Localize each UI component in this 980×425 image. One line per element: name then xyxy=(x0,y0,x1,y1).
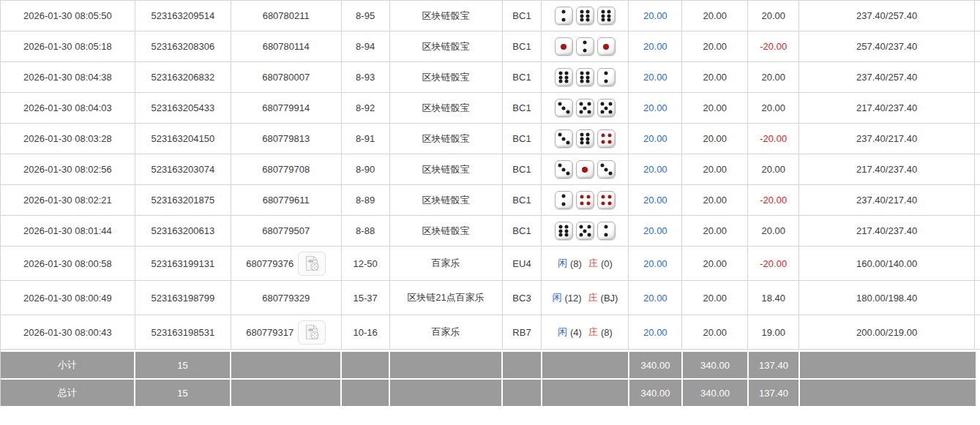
cell-game-name: 百家乐 xyxy=(390,247,503,281)
video-replay-icon xyxy=(303,255,321,271)
cell-game-id: 680780211 xyxy=(231,1,342,31)
replay-button[interactable] xyxy=(298,252,326,276)
cell-win-loss: -20.00 xyxy=(748,31,799,62)
summary-balance-cell xyxy=(800,380,976,406)
cell-round-number: 15-37 xyxy=(342,281,390,315)
summary-win-total: 137.40 xyxy=(749,352,800,378)
cell-game-name: 区块链骰宝 xyxy=(390,1,503,31)
summary-empty-cell xyxy=(342,352,390,378)
game-id-text: 680779329 xyxy=(262,293,310,304)
die-icon xyxy=(555,222,573,240)
die-icon xyxy=(576,191,594,209)
cell-balance: 237.40/217.40 xyxy=(799,185,975,216)
summary-empty-cell xyxy=(390,380,503,406)
cell-bet-time: 2026-01-30 08:01:44 xyxy=(1,216,135,247)
cell-bet-id: 523163198531 xyxy=(135,315,231,350)
cell-balance: 217.40/237.40 xyxy=(799,154,975,185)
summary-empty-cell xyxy=(342,380,390,406)
cell-table-code: BC1 xyxy=(503,1,542,31)
die-icon xyxy=(597,191,616,209)
clipped-cell xyxy=(975,62,980,93)
summary-empty-cell xyxy=(542,380,629,406)
bet-amount-link[interactable]: 20.00 xyxy=(643,133,667,144)
replay-button[interactable] xyxy=(298,320,326,345)
summary-row: 小计 15 340.00 340.00 137.40 xyxy=(1,352,980,378)
table-row: 2026-01-30 08:03:28 523163204150 6807798… xyxy=(1,124,980,154)
die-icon xyxy=(597,68,616,86)
cell-bet-time: 2026-01-30 08:04:03 xyxy=(1,93,135,124)
cell-table-code: BC1 xyxy=(503,185,542,216)
bet-amount-link[interactable]: 20.00 xyxy=(643,327,667,338)
result-cell xyxy=(542,31,629,62)
cell-table-code: BC1 xyxy=(503,62,542,93)
cell-valid-amount: 20.00 xyxy=(682,93,748,124)
cell-bet-amount: 20.00 xyxy=(629,185,682,216)
player-label: 闲 xyxy=(552,291,561,304)
die-icon xyxy=(555,191,573,209)
cell-win-loss: 18.40 xyxy=(748,281,799,315)
cell-round-number: 12-50 xyxy=(342,247,390,281)
bet-amount-link[interactable]: 20.00 xyxy=(643,72,667,83)
cell-bet-id: 523163199131 xyxy=(135,247,231,281)
cell-bet-amount: 20.00 xyxy=(629,93,682,124)
clipped-cell xyxy=(975,93,980,124)
cell-game-name: 区块链骰宝 xyxy=(390,185,503,216)
cell-game-name: 区块链21点百家乐 xyxy=(390,281,503,315)
cell-round-number: 8-88 xyxy=(342,216,390,247)
cell-win-loss: 20.00 xyxy=(748,154,799,185)
cell-balance: 217.40/237.40 xyxy=(799,216,975,247)
clipped-cell xyxy=(975,124,980,154)
bet-amount-link[interactable]: 20.00 xyxy=(643,41,667,52)
cell-table-code: RB7 xyxy=(503,315,542,350)
summary-row: 总计 15 340.00 340.00 137.40 xyxy=(1,380,980,406)
bet-amount-link[interactable]: 20.00 xyxy=(643,293,667,304)
clipped-cell xyxy=(975,315,980,350)
cell-game-id: 680779507 xyxy=(231,216,342,247)
cell-bet-time: 2026-01-30 08:02:56 xyxy=(1,154,135,185)
cell-bet-amount: 20.00 xyxy=(629,1,682,31)
die-icon xyxy=(576,129,594,148)
cell-bet-id: 523163206832 xyxy=(135,62,231,93)
cell-valid-amount: 20.00 xyxy=(682,247,748,281)
banker-value: (8) xyxy=(601,327,613,338)
result-cell xyxy=(542,185,629,216)
summary-count: 15 xyxy=(135,352,231,378)
cell-game-name: 百家乐 xyxy=(390,315,503,350)
cell-game-name: 区块链骰宝 xyxy=(390,93,503,124)
cell-round-number: 8-94 xyxy=(342,31,390,62)
clipped-cell xyxy=(975,247,980,281)
bet-amount-link[interactable]: 20.00 xyxy=(643,164,667,175)
table-row: 2026-01-30 08:04:03 523163205433 6807799… xyxy=(1,93,980,124)
cell-bet-time: 2026-01-30 08:03:28 xyxy=(1,124,135,154)
cell-balance: 237.40/257.40 xyxy=(799,62,975,93)
cell-valid-amount: 20.00 xyxy=(682,1,748,31)
cell-table-code: BC1 xyxy=(503,216,542,247)
cell-balance: 257.40/237.40 xyxy=(799,31,975,62)
summary-valid-total: 340.00 xyxy=(683,352,749,378)
cell-win-loss: 20.00 xyxy=(748,1,799,31)
game-id-text: 680780007 xyxy=(262,72,310,83)
bet-amount-link[interactable]: 20.00 xyxy=(643,10,667,21)
die-icon xyxy=(576,37,594,56)
bet-amount-link[interactable]: 20.00 xyxy=(643,102,667,113)
summary-balance-cell xyxy=(800,352,976,378)
bet-amount-link[interactable]: 20.00 xyxy=(643,258,667,269)
player-label: 闲 xyxy=(558,326,567,339)
cell-bet-time: 2026-01-30 08:02:21 xyxy=(1,185,135,216)
cell-valid-amount: 20.00 xyxy=(682,216,748,247)
video-replay-icon xyxy=(303,324,321,340)
result-cell xyxy=(542,154,629,185)
cell-bet-amount: 20.00 xyxy=(629,31,682,62)
cell-table-code: BC1 xyxy=(503,154,542,185)
summary-count: 15 xyxy=(135,380,231,406)
bet-amount-link[interactable]: 20.00 xyxy=(643,195,667,206)
clipped-cell xyxy=(975,216,980,247)
die-icon xyxy=(555,129,573,148)
game-id-text: 680779507 xyxy=(262,225,310,236)
bet-history-table: 2026-01-30 08:05:50 523163209514 6807802… xyxy=(0,0,980,406)
table-row: 2026-01-30 08:00:58 523163199131 6807793… xyxy=(1,247,980,281)
bet-amount-link[interactable]: 20.00 xyxy=(643,225,667,236)
clipped-cell xyxy=(975,1,980,31)
cell-valid-amount: 20.00 xyxy=(682,154,748,185)
summary-valid-total: 340.00 xyxy=(683,380,749,406)
